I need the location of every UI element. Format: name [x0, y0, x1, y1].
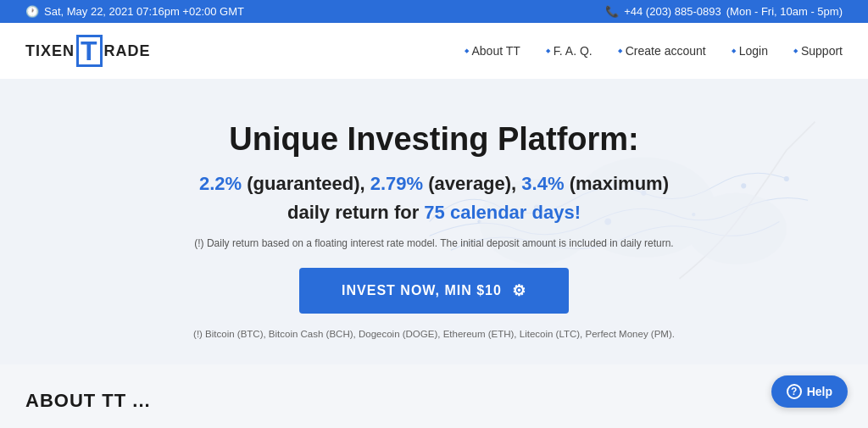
hero-section: Unique Investing Platform: 2.2% (guarant…	[0, 79, 868, 364]
nav-link-about[interactable]: About TT	[465, 44, 520, 58]
nav-link-faq[interactable]: F. A. Q.	[546, 44, 593, 58]
days-value: 75 calendar days!	[424, 202, 581, 223]
navbar: TIXEN T RADE About TT F. A. Q. Create ac…	[0, 23, 868, 79]
about-section: ABOUT TT ...	[0, 364, 868, 420]
nav-link-create-account[interactable]: Create account	[618, 44, 706, 58]
hero-title: Unique Investing Platform:	[25, 121, 843, 158]
top-bar-phone: 📞 +44 (203) 885-0893 (Mon - Fri, 10am - …	[605, 5, 843, 18]
phone-number: +44 (203) 885-0893	[624, 5, 721, 18]
nav-link-support[interactable]: Support	[793, 44, 843, 58]
logo-right: RADE	[104, 42, 151, 60]
top-bar-datetime: 🕐 Sat, May 22, 2021 07:16pm +02:00 GMT	[25, 5, 244, 18]
nav-link-login[interactable]: Login	[732, 44, 768, 58]
about-title: ABOUT TT ...	[25, 390, 843, 412]
label-guaranteed: (guaranteed),	[247, 173, 364, 194]
logo-left: TIXEN	[25, 42, 75, 60]
help-icon: ?	[787, 384, 802, 399]
payment-note: (!) Bitcoin (BTC), Bitcoin Cash (BCH), D…	[25, 329, 843, 339]
logo[interactable]: TIXEN T RADE	[25, 35, 151, 67]
logo-t: T	[76, 35, 103, 67]
nav-item-support[interactable]: Support	[793, 44, 843, 58]
datetime-text: Sat, May 22, 2021 07:16pm +02:00 GMT	[44, 5, 244, 18]
clock-icon: 🕐	[25, 5, 39, 18]
nav-item-login[interactable]: Login	[732, 44, 768, 58]
hero-note: (!) Daily return based on a floating int…	[25, 237, 843, 249]
nav-item-about[interactable]: About TT	[465, 44, 520, 58]
daily-label: daily return for	[287, 202, 419, 223]
nav-item-create-account[interactable]: Create account	[618, 44, 706, 58]
label-maximum: (maximum)	[570, 173, 669, 194]
invest-button[interactable]: INVEST NOW, MIN $10 ⚙	[299, 268, 569, 314]
rate-maximum: 3.4%	[521, 173, 564, 194]
help-button[interactable]: ? Help	[771, 375, 848, 408]
help-label: Help	[807, 385, 832, 398]
rate-guaranteed: 2.2%	[199, 173, 242, 194]
hero-days: daily return for 75 calendar days!	[25, 202, 843, 224]
nav-item-faq[interactable]: F. A. Q.	[546, 44, 593, 58]
phone-hours: (Mon - Fri, 10am - 5pm)	[726, 5, 843, 18]
phone-icon: 📞	[605, 5, 619, 18]
label-average: (average),	[428, 173, 516, 194]
gear-icon: ⚙	[512, 281, 526, 300]
rate-average: 2.79%	[370, 173, 423, 194]
top-bar: 🕐 Sat, May 22, 2021 07:16pm +02:00 GMT 📞…	[0, 0, 868, 23]
nav-links: About TT F. A. Q. Create account Login S…	[465, 44, 843, 58]
invest-btn-label: INVEST NOW, MIN $10	[342, 283, 502, 298]
hero-rates: 2.2% (guaranteed), 2.79% (average), 3.4%…	[25, 173, 843, 195]
